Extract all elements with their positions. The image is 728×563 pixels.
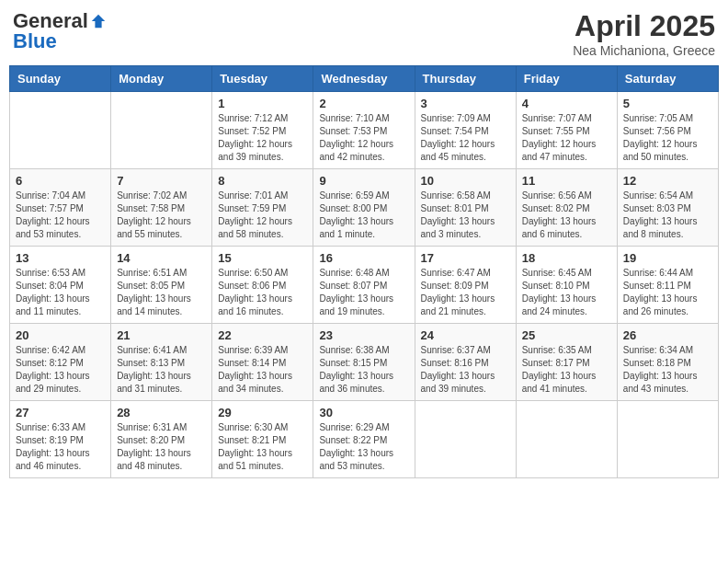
calendar-cell: 27Sunrise: 6:33 AMSunset: 8:19 PMDayligh…	[10, 401, 111, 478]
day-number: 29	[218, 406, 307, 419]
day-info: Sunrise: 6:50 AMSunset: 8:06 PMDaylight:…	[218, 267, 307, 318]
calendar-header-monday: Monday	[111, 66, 212, 92]
main-title: April 2025	[573, 9, 715, 43]
calendar-header-sunday: Sunday	[10, 66, 111, 92]
day-number: 16	[319, 251, 408, 265]
calendar-cell: 19Sunrise: 6:44 AMSunset: 8:11 PMDayligh…	[617, 247, 718, 324]
logo-icon	[90, 13, 107, 29]
day-number: 10	[421, 174, 510, 188]
calendar-cell: 3Sunrise: 7:09 AMSunset: 7:54 PMDaylight…	[415, 92, 516, 169]
calendar-cell: 15Sunrise: 6:50 AMSunset: 8:06 PMDayligh…	[212, 247, 313, 324]
calendar-cell: 30Sunrise: 6:29 AMSunset: 8:22 PMDayligh…	[313, 401, 415, 478]
calendar-week-row: 13Sunrise: 6:53 AMSunset: 8:04 PMDayligh…	[10, 247, 719, 324]
calendar-cell: 8Sunrise: 7:01 AMSunset: 7:59 PMDaylight…	[212, 169, 313, 247]
day-number: 2	[319, 97, 408, 110]
day-number: 22	[218, 328, 307, 342]
calendar-cell: 13Sunrise: 6:53 AMSunset: 8:04 PMDayligh…	[10, 247, 111, 324]
svg-marker-0	[92, 15, 105, 28]
day-number: 12	[623, 174, 712, 188]
calendar-cell: 23Sunrise: 6:38 AMSunset: 8:15 PMDayligh…	[313, 324, 415, 401]
day-info: Sunrise: 6:44 AMSunset: 8:11 PMDaylight:…	[623, 267, 712, 318]
day-info: Sunrise: 6:42 AMSunset: 8:12 PMDaylight:…	[16, 344, 105, 396]
subtitle: Nea Michaniona, Greece	[573, 43, 715, 58]
day-number: 11	[522, 174, 611, 188]
logo: General Blue	[13, 9, 107, 53]
calendar-cell: 25Sunrise: 6:35 AMSunset: 8:17 PMDayligh…	[516, 324, 617, 401]
calendar-cell: 6Sunrise: 7:04 AMSunset: 7:57 PMDaylight…	[10, 169, 111, 247]
day-info: Sunrise: 7:12 AMSunset: 7:52 PMDaylight:…	[218, 112, 307, 164]
calendar-cell: 28Sunrise: 6:31 AMSunset: 8:20 PMDayligh…	[111, 401, 212, 478]
logo-blue-text: Blue	[13, 29, 57, 52]
day-number: 15	[218, 251, 307, 265]
day-number: 23	[319, 328, 408, 342]
day-info: Sunrise: 6:38 AMSunset: 8:15 PMDaylight:…	[319, 344, 408, 396]
day-number: 20	[16, 328, 105, 342]
calendar-cell: 29Sunrise: 6:30 AMSunset: 8:21 PMDayligh…	[212, 401, 313, 478]
calendar-cell: 24Sunrise: 6:37 AMSunset: 8:16 PMDayligh…	[415, 324, 516, 401]
day-number: 14	[117, 251, 206, 265]
calendar-cell: 18Sunrise: 6:45 AMSunset: 8:10 PMDayligh…	[516, 247, 617, 324]
day-number: 17	[421, 251, 510, 265]
day-number: 4	[522, 97, 611, 110]
day-info: Sunrise: 7:05 AMSunset: 7:56 PMDaylight:…	[623, 112, 712, 164]
day-info: Sunrise: 6:34 AMSunset: 8:18 PMDaylight:…	[623, 344, 712, 396]
calendar-cell: 17Sunrise: 6:47 AMSunset: 8:09 PMDayligh…	[415, 247, 516, 324]
day-info: Sunrise: 6:41 AMSunset: 8:13 PMDaylight:…	[117, 344, 206, 396]
calendar-header-wednesday: Wednesday	[313, 66, 415, 92]
day-info: Sunrise: 6:29 AMSunset: 8:22 PMDaylight:…	[319, 421, 408, 473]
calendar-cell	[111, 92, 212, 169]
calendar-cell: 21Sunrise: 6:41 AMSunset: 8:13 PMDayligh…	[111, 324, 212, 401]
calendar-table: SundayMondayTuesdayWednesdayThursdayFrid…	[9, 65, 719, 478]
day-number: 30	[319, 406, 408, 419]
day-info: Sunrise: 7:04 AMSunset: 7:57 PMDaylight:…	[16, 190, 105, 241]
calendar-cell: 16Sunrise: 6:48 AMSunset: 8:07 PMDayligh…	[313, 247, 415, 324]
calendar-cell: 22Sunrise: 6:39 AMSunset: 8:14 PMDayligh…	[212, 324, 313, 401]
day-number: 24	[421, 328, 510, 342]
calendar-cell: 11Sunrise: 6:56 AMSunset: 8:02 PMDayligh…	[516, 169, 617, 247]
day-number: 27	[16, 406, 105, 419]
day-number: 28	[117, 406, 206, 419]
day-info: Sunrise: 6:45 AMSunset: 8:10 PMDaylight:…	[522, 267, 611, 318]
day-info: Sunrise: 6:33 AMSunset: 8:19 PMDaylight:…	[16, 421, 105, 473]
day-number: 25	[522, 328, 611, 342]
calendar-header-tuesday: Tuesday	[212, 66, 313, 92]
day-info: Sunrise: 6:48 AMSunset: 8:07 PMDaylight:…	[319, 267, 408, 318]
day-number: 6	[16, 174, 105, 188]
calendar-cell: 10Sunrise: 6:58 AMSunset: 8:01 PMDayligh…	[415, 169, 516, 247]
day-number: 3	[421, 97, 510, 110]
day-info: Sunrise: 6:30 AMSunset: 8:21 PMDaylight:…	[218, 421, 307, 473]
day-info: Sunrise: 6:47 AMSunset: 8:09 PMDaylight:…	[421, 267, 510, 318]
day-info: Sunrise: 6:39 AMSunset: 8:14 PMDaylight:…	[218, 344, 307, 396]
calendar-cell: 20Sunrise: 6:42 AMSunset: 8:12 PMDayligh…	[10, 324, 111, 401]
calendar-cell: 26Sunrise: 6:34 AMSunset: 8:18 PMDayligh…	[617, 324, 718, 401]
calendar-cell	[415, 401, 516, 478]
day-info: Sunrise: 7:02 AMSunset: 7:58 PMDaylight:…	[117, 190, 206, 241]
day-info: Sunrise: 6:58 AMSunset: 8:01 PMDaylight:…	[421, 190, 510, 241]
calendar-week-row: 27Sunrise: 6:33 AMSunset: 8:19 PMDayligh…	[10, 401, 719, 478]
day-number: 9	[319, 174, 408, 188]
calendar-cell: 14Sunrise: 6:51 AMSunset: 8:05 PMDayligh…	[111, 247, 212, 324]
day-info: Sunrise: 6:31 AMSunset: 8:20 PMDaylight:…	[117, 421, 206, 473]
calendar-week-row: 20Sunrise: 6:42 AMSunset: 8:12 PMDayligh…	[10, 324, 719, 401]
day-info: Sunrise: 6:56 AMSunset: 8:02 PMDaylight:…	[522, 190, 611, 241]
calendar-cell: 1Sunrise: 7:12 AMSunset: 7:52 PMDaylight…	[212, 92, 313, 169]
day-number: 7	[117, 174, 206, 188]
calendar-header-friday: Friday	[516, 66, 617, 92]
day-number: 26	[623, 328, 712, 342]
calendar-header-row: SundayMondayTuesdayWednesdayThursdayFrid…	[10, 66, 719, 92]
calendar-header-saturday: Saturday	[617, 66, 718, 92]
calendar-week-row: 6Sunrise: 7:04 AMSunset: 7:57 PMDaylight…	[10, 169, 719, 247]
calendar-cell: 4Sunrise: 7:07 AMSunset: 7:55 PMDaylight…	[516, 92, 617, 169]
day-info: Sunrise: 6:35 AMSunset: 8:17 PMDaylight:…	[522, 344, 611, 396]
day-info: Sunrise: 7:01 AMSunset: 7:59 PMDaylight:…	[218, 190, 307, 241]
calendar-cell: 5Sunrise: 7:05 AMSunset: 7:56 PMDaylight…	[617, 92, 718, 169]
day-number: 18	[522, 251, 611, 265]
day-number: 5	[623, 97, 712, 110]
calendar-cell: 9Sunrise: 6:59 AMSunset: 8:00 PMDaylight…	[313, 169, 415, 247]
calendar-cell: 2Sunrise: 7:10 AMSunset: 7:53 PMDaylight…	[313, 92, 415, 169]
calendar-cell: 7Sunrise: 7:02 AMSunset: 7:58 PMDaylight…	[111, 169, 212, 247]
calendar-cell	[617, 401, 718, 478]
day-number: 1	[218, 97, 307, 110]
day-info: Sunrise: 6:51 AMSunset: 8:05 PMDaylight:…	[117, 267, 206, 318]
calendar-cell	[516, 401, 617, 478]
